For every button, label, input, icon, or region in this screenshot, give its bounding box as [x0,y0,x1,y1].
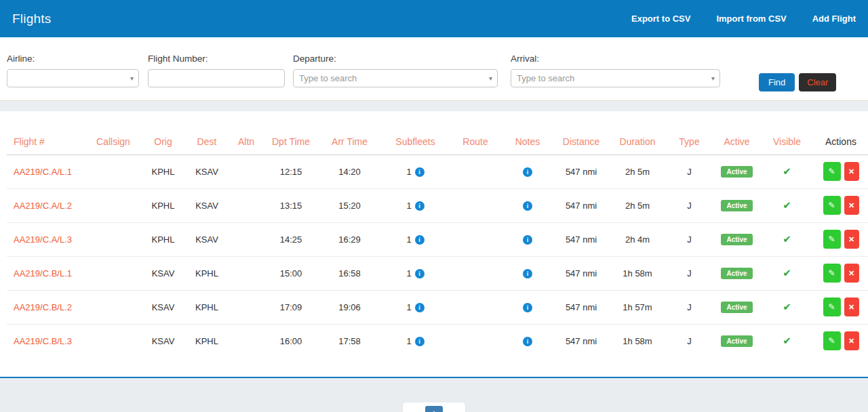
column-header-type: Type [665,129,713,154]
distance-cell: 547 nmi [553,188,610,222]
orig-cell: KSAV [140,324,186,358]
route-cell [448,256,502,290]
delete-button[interactable]: ✕ [844,162,859,181]
visible-cell: ✔ [760,222,814,256]
x-icon: ✕ [848,167,854,176]
altn-cell [227,188,265,222]
subfleet-info-icon[interactable]: i [415,167,425,177]
orig-cell: KPHL [140,154,186,188]
x-icon: ✕ [848,337,854,345]
import-csv-button[interactable]: Import from CSV [716,14,786,24]
pagination-page-1[interactable]: 1 [425,406,443,412]
duration-cell: 1h 58m [610,324,665,358]
table-row: AA219/C.A/L.3 KPHL KSAV 14:25 16:29 1i i… [7,222,868,256]
section-divider [0,100,868,111]
type-cell: J [665,256,713,290]
subfleets-cell: 1i [382,222,448,256]
route-cell [448,222,502,256]
delete-button[interactable]: ✕ [844,297,859,316]
header-actions: Export to CSV Import from CSV Add Flight [631,14,856,24]
flight-number-link[interactable]: AA219/C.A/L.2 [14,201,72,211]
altn-cell [227,154,265,188]
altn-cell [227,222,265,256]
arrival-select[interactable]: ▾ [511,69,720,87]
altn-cell [227,290,265,324]
notes-info-icon[interactable]: i [523,269,532,279]
route-cell [448,290,502,324]
delete-button[interactable]: ✕ [844,196,859,215]
clear-button[interactable]: Clear [799,73,836,91]
notes-info-icon[interactable]: i [523,303,532,312]
flight-number-link[interactable]: AA219/C.A/L.1 [14,167,72,177]
departure-label: Departure: [293,54,498,64]
flight-number-link[interactable]: AA219/C.B/L.1 [14,268,72,279]
edit-button[interactable]: ✎ [823,162,841,181]
edit-button[interactable]: ✎ [823,230,841,249]
departure-search-input[interactable] [293,69,498,87]
status-badge: Active [721,268,752,279]
export-csv-button[interactable]: Export to CSV [631,14,690,24]
subfleets-cell: 1i [382,324,448,358]
pagination-next-button[interactable]: » [444,406,462,412]
altn-cell [227,256,265,290]
edit-button[interactable]: ✎ [823,297,841,316]
column-header-subfleets: Subfleets [382,129,448,154]
arrival-search-input[interactable] [511,69,720,87]
delete-button[interactable]: ✕ [844,230,859,249]
arr-time-cell: 19:06 [317,290,382,324]
subfleet-info-icon[interactable]: i [415,269,425,279]
column-header-altn: Altn [227,129,265,154]
visible-check-icon: ✔ [783,267,791,279]
visible-cell: ✔ [760,154,814,188]
edit-button[interactable]: ✎ [823,196,841,215]
notes-info-icon[interactable]: i [523,235,532,245]
arrival-label: Arrival: [511,54,720,64]
orig-cell: KSAV [140,290,186,324]
table-row: AA219/C.B/L.3 KSAV KPHL 16:00 17:58 1i i… [7,324,868,358]
arr-time-cell: 14:20 [317,154,382,188]
notes-cell: i [502,290,553,324]
page-title: Flights [12,12,51,26]
dpt-time-cell: 12:15 [265,154,317,188]
notes-info-icon[interactable]: i [523,167,532,177]
subfleet-info-icon[interactable]: i [415,235,425,245]
airline-label: Airline: [7,54,139,64]
x-icon: ✕ [848,201,854,209]
arr-time-cell: 17:58 [317,324,382,358]
table-row: AA219/C.B/L.1 KSAV KPHL 15:00 16:58 1i i… [7,256,868,290]
notes-info-icon[interactable]: i [523,201,532,211]
subfleet-info-icon[interactable]: i [415,337,425,346]
active-cell: Active [713,324,760,358]
callsign-cell [87,324,140,358]
notes-info-icon[interactable]: i [523,337,532,346]
pencil-icon: ✎ [828,234,835,244]
x-icon: ✕ [848,269,854,277]
subfleet-info-icon[interactable]: i [415,201,425,211]
edit-button[interactable]: ✎ [823,331,841,350]
edit-button[interactable]: ✎ [823,264,841,283]
column-header-active: Active [713,129,760,154]
flight-number-link[interactable]: AA219/C.A/L.3 [14,234,72,245]
departure-select[interactable]: ▾ [293,69,498,87]
flight-number-input[interactable] [148,69,285,87]
column-header-dest: Dest [186,129,227,154]
add-flight-button[interactable]: Add Flight [812,14,856,24]
actions-cell: ✎✕ [814,256,868,290]
pencil-icon: ✎ [828,336,835,346]
delete-button[interactable]: ✕ [844,331,859,350]
pagination-prev-button[interactable]: « [406,406,424,412]
flight-number-link[interactable]: AA219/C.B/L.2 [14,302,72,312]
delete-button[interactable]: ✕ [844,264,859,283]
subfleet-info-icon[interactable]: i [415,303,425,312]
airline-select-value[interactable] [7,69,139,87]
column-header-duration: Duration [610,129,665,154]
airline-select[interactable]: ▾ [7,69,139,87]
pencil-icon: ✎ [828,201,835,210]
visible-cell: ✔ [760,188,814,222]
arr-time-cell: 16:58 [317,256,382,290]
type-cell: J [665,222,713,256]
visible-check-icon: ✔ [783,335,791,346]
column-header-arr-time: Arr Time [317,129,382,154]
find-button[interactable]: Find [759,73,795,91]
flight-number-link[interactable]: AA219/C.B/L.3 [14,336,72,346]
